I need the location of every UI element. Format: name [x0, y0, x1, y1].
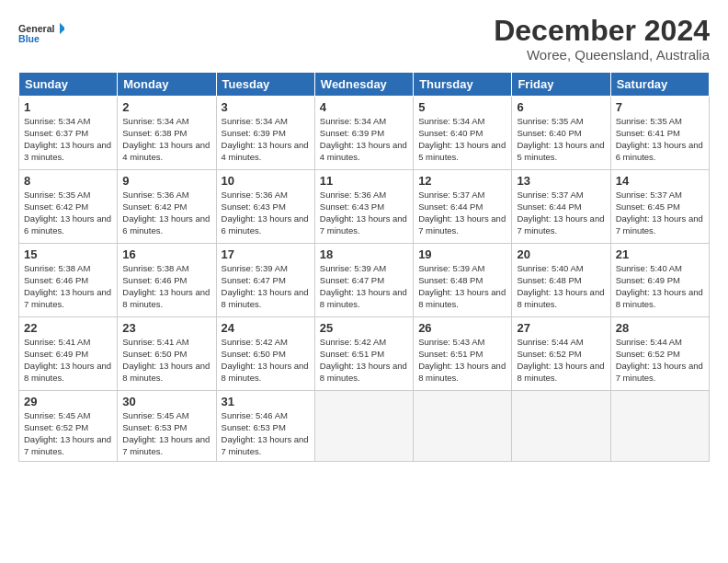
- header: General Blue December 2024 Woree, Queens…: [18, 15, 710, 63]
- calendar-cell: 30Sunrise: 5:45 AMSunset: 6:53 PMDayligh…: [118, 391, 216, 462]
- col-thursday: Thursday: [414, 73, 512, 97]
- logo-svg: General Blue: [18, 15, 64, 52]
- calendar-cell: 23Sunrise: 5:41 AMSunset: 6:50 PMDayligh…: [118, 317, 216, 391]
- calendar-cell: 6Sunrise: 5:35 AMSunset: 6:40 PMDaylight…: [512, 97, 610, 170]
- calendar-cell: 22Sunrise: 5:41 AMSunset: 6:49 PMDayligh…: [19, 317, 118, 391]
- subtitle: Woree, Queensland, Australia: [494, 47, 710, 63]
- calendar-week-4: 22Sunrise: 5:41 AMSunset: 6:49 PMDayligh…: [19, 317, 710, 391]
- calendar-cell: 12Sunrise: 5:37 AMSunset: 6:44 PMDayligh…: [414, 170, 512, 244]
- calendar-cell-empty: [314, 391, 413, 462]
- calendar-cell: 18Sunrise: 5:39 AMSunset: 6:47 PMDayligh…: [314, 244, 413, 317]
- calendar-cell: 8Sunrise: 5:35 AMSunset: 6:42 PMDaylight…: [19, 170, 118, 244]
- calendar-cell: 19Sunrise: 5:39 AMSunset: 6:48 PMDayligh…: [414, 244, 512, 317]
- calendar-cell: 28Sunrise: 5:44 AMSunset: 6:52 PMDayligh…: [610, 317, 709, 391]
- col-sunday: Sunday: [19, 73, 118, 97]
- calendar-cell: 1Sunrise: 5:34 AMSunset: 6:37 PMDaylight…: [19, 97, 118, 170]
- calendar-table: Sunday Monday Tuesday Wednesday Thursday…: [18, 72, 710, 462]
- calendar-cell: 3Sunrise: 5:34 AMSunset: 6:39 PMDaylight…: [216, 97, 314, 170]
- calendar-cell-empty: [414, 391, 512, 462]
- calendar-cell: 14Sunrise: 5:37 AMSunset: 6:45 PMDayligh…: [610, 170, 709, 244]
- calendar-cell: 20Sunrise: 5:40 AMSunset: 6:48 PMDayligh…: [512, 244, 610, 317]
- calendar-week-5: 29Sunrise: 5:45 AMSunset: 6:52 PMDayligh…: [19, 391, 710, 462]
- calendar-cell: 11Sunrise: 5:36 AMSunset: 6:43 PMDayligh…: [314, 170, 413, 244]
- logo: General Blue: [18, 15, 64, 52]
- col-friday: Friday: [512, 73, 610, 97]
- calendar-cell: 10Sunrise: 5:36 AMSunset: 6:43 PMDayligh…: [216, 170, 314, 244]
- svg-text:General: General: [18, 23, 55, 34]
- main-title: December 2024: [494, 15, 710, 47]
- calendar-header-row: Sunday Monday Tuesday Wednesday Thursday…: [19, 73, 710, 97]
- calendar-week-1: 1Sunrise: 5:34 AMSunset: 6:37 PMDaylight…: [19, 97, 710, 170]
- calendar-cell: 29Sunrise: 5:45 AMSunset: 6:52 PMDayligh…: [19, 391, 118, 462]
- calendar-cell: 26Sunrise: 5:43 AMSunset: 6:51 PMDayligh…: [414, 317, 512, 391]
- calendar-cell: 17Sunrise: 5:39 AMSunset: 6:47 PMDayligh…: [216, 244, 314, 317]
- calendar-cell: 7Sunrise: 5:35 AMSunset: 6:41 PMDaylight…: [610, 97, 709, 170]
- col-wednesday: Wednesday: [314, 73, 413, 97]
- calendar-week-3: 15Sunrise: 5:38 AMSunset: 6:46 PMDayligh…: [19, 244, 710, 317]
- calendar-cell: 5Sunrise: 5:34 AMSunset: 6:40 PMDaylight…: [414, 97, 512, 170]
- calendar-cell: 2Sunrise: 5:34 AMSunset: 6:38 PMDaylight…: [118, 97, 216, 170]
- col-monday: Monday: [118, 73, 216, 97]
- calendar-cell: 25Sunrise: 5:42 AMSunset: 6:51 PMDayligh…: [314, 317, 413, 391]
- calendar-week-2: 8Sunrise: 5:35 AMSunset: 6:42 PMDaylight…: [19, 170, 710, 244]
- calendar-cell: 16Sunrise: 5:38 AMSunset: 6:46 PMDayligh…: [118, 244, 216, 317]
- calendar-cell-empty: [610, 391, 709, 462]
- calendar-cell-empty: [512, 391, 610, 462]
- calendar-cell: 9Sunrise: 5:36 AMSunset: 6:42 PMDaylight…: [118, 170, 216, 244]
- calendar-cell: 27Sunrise: 5:44 AMSunset: 6:52 PMDayligh…: [512, 317, 610, 391]
- calendar-cell: 15Sunrise: 5:38 AMSunset: 6:46 PMDayligh…: [19, 244, 118, 317]
- svg-text:Blue: Blue: [18, 33, 40, 44]
- calendar-cell: 31Sunrise: 5:46 AMSunset: 6:53 PMDayligh…: [216, 391, 314, 462]
- title-block: December 2024 Woree, Queensland, Austral…: [494, 15, 710, 63]
- page: General Blue December 2024 Woree, Queens…: [0, 0, 728, 563]
- calendar-cell: 13Sunrise: 5:37 AMSunset: 6:44 PMDayligh…: [512, 170, 610, 244]
- svg-marker-2: [60, 23, 64, 35]
- col-tuesday: Tuesday: [216, 73, 314, 97]
- calendar-cell: 4Sunrise: 5:34 AMSunset: 6:39 PMDaylight…: [314, 97, 413, 170]
- calendar-cell: 21Sunrise: 5:40 AMSunset: 6:49 PMDayligh…: [610, 244, 709, 317]
- calendar-cell: 24Sunrise: 5:42 AMSunset: 6:50 PMDayligh…: [216, 317, 314, 391]
- col-saturday: Saturday: [610, 73, 709, 97]
